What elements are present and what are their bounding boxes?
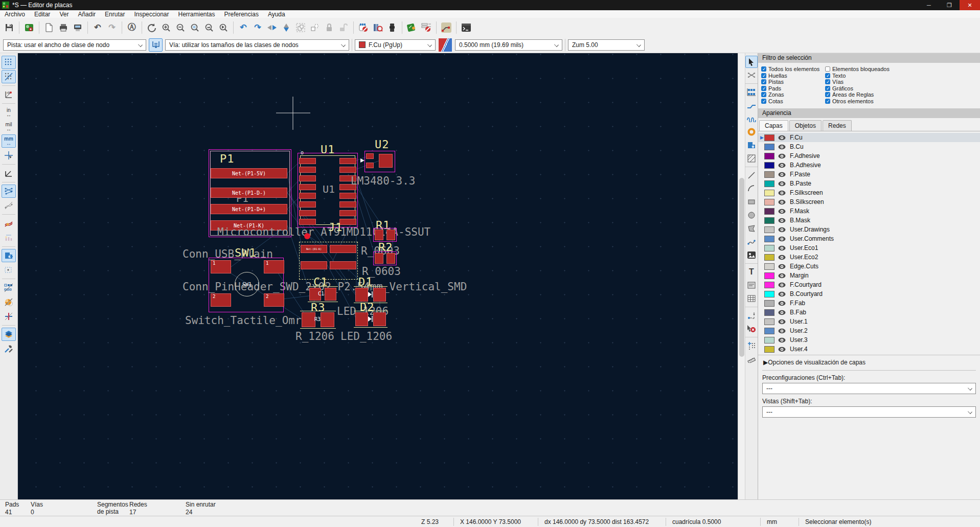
active-layer-select[interactable]: F.Cu (PgUp) [355,39,436,51]
filter-checkbox-item[interactable]: Gráficos [825,85,980,92]
eye-icon[interactable] [778,226,786,234]
toggle-grid-overrides-button[interactable] [2,70,16,83]
show-ratsnest-button[interactable] [2,185,16,198]
menu-item[interactable]: Preferencias [220,10,263,18]
layer-color-swatch[interactable] [764,134,774,141]
plot-button[interactable] [71,20,85,35]
zoom-select[interactable]: Zum 5.00 [568,39,645,51]
auto-track-width-toggle[interactable] [149,38,163,52]
layer-color-swatch[interactable] [764,272,774,279]
unlock-button[interactable] [336,20,351,35]
zoom-objects-button[interactable] [202,20,216,35]
filter-checkbox-item[interactable]: Pads [761,85,825,92]
menu-item[interactable]: Ayuda [263,10,290,18]
pcb-canvas[interactable]: P1 P1 1Net-(P1-5V) 2Net-(P1-D-) 3Net-(P1… [18,53,738,499]
highlight-nets-button[interactable] [2,217,16,230]
eye-icon[interactable] [778,152,786,160]
eye-icon[interactable] [778,263,786,270]
layer-row[interactable]: B.Mask [758,216,980,225]
maximize-button[interactable]: ❐ [939,0,960,10]
drc-button[interactable] [419,20,434,35]
menu-item[interactable]: Archivo [0,10,30,18]
filter-checkbox-item[interactable]: Todos los elementos [761,66,825,73]
layer-row[interactable]: F.Mask [758,207,980,216]
checkbox-icon[interactable] [825,73,830,78]
group-button[interactable] [293,20,308,35]
layer-row[interactable]: User.3 [758,335,980,345]
add-rule-area-tool[interactable] [745,152,758,165]
eye-icon[interactable] [778,327,786,335]
footprint-library-check-button[interactable] [371,20,385,35]
flip-horizontal-icon[interactable] [265,20,279,35]
zoom-selection-button[interactable] [216,20,231,35]
add-dimension-tool[interactable] [745,309,758,322]
eye-icon[interactable] [778,244,786,252]
sketch-pads-button[interactable] [2,263,16,277]
menu-item[interactable]: Ver [55,10,73,18]
layer-row[interactable]: ▶ F.Cu [758,133,980,142]
layer-row[interactable]: User.Eco1 [758,243,980,253]
properties-panel-button[interactable] [2,342,16,355]
layer-color-swatch[interactable] [764,199,774,205]
sketch-zones-button[interactable] [2,295,16,309]
eye-icon[interactable] [778,346,786,353]
filter-checkbox-item[interactable]: Áreas de Reglas [825,91,980,98]
eye-icon[interactable] [778,254,786,261]
layer-color-swatch[interactable] [764,162,774,169]
units-mm-button[interactable]: mm↔ [2,134,16,148]
eye-icon[interactable] [778,272,786,280]
menu-item[interactable]: Enrutar [100,10,129,18]
eye-icon[interactable] [778,180,786,188]
lock-button[interactable] [322,20,336,35]
layer-color-swatch[interactable] [764,337,774,343]
highlight-net-tool[interactable] [745,69,758,81]
ungroup-button[interactable] [308,20,322,35]
find-button[interactable]: Ⓐ [125,20,139,35]
measure-tool[interactable] [745,353,758,365]
rotate-cw-button[interactable]: ↷ [250,20,265,35]
appearance-tab[interactable]: Objetos [789,120,822,131]
grid-origin-tool[interactable] [745,339,758,352]
layer-row[interactable]: B.Adhesive [758,161,980,170]
add-textbox-tool[interactable] [745,279,758,291]
eye-icon[interactable] [778,290,786,298]
layer-color-swatch[interactable] [764,180,774,187]
eye-icon[interactable] [778,309,786,316]
track-width-select[interactable]: Pista: usar el ancho de clase de nodo [3,39,146,51]
filter-checkbox-item[interactable]: Pistas [761,79,825,85]
hide-net-names-button[interactable] [2,231,16,244]
eye-icon[interactable] [778,336,786,344]
vertical-scrollbar[interactable] [738,53,745,499]
layer-color-swatch[interactable] [764,263,774,270]
eye-icon[interactable] [778,171,786,178]
layer-row[interactable]: User.Eco2 [758,253,980,262]
eye-icon[interactable] [778,318,786,326]
layers-manager-toggle-button[interactable] [2,328,16,341]
layer-color-swatch[interactable] [764,245,774,251]
layer-row[interactable]: F.Fab [758,299,980,308]
add-zone-tool[interactable] [745,139,758,151]
page-settings-button[interactable] [42,20,56,35]
close-button[interactable]: ✕ [960,0,980,10]
layer-row[interactable]: Edge.Cuts [758,262,980,271]
add-table-tool[interactable] [745,292,758,305]
sketch-tracks-button[interactable] [2,281,16,294]
exchange-footprints-button[interactable] [356,20,371,35]
eye-icon[interactable] [778,281,786,289]
route-tracks-tool[interactable] [745,99,758,111]
layer-color-swatch[interactable] [764,254,774,261]
eye-icon[interactable] [778,143,786,151]
filter-checkbox-item[interactable]: Elementos bloqueados [825,66,980,73]
interactive-router-button[interactable] [439,20,453,35]
layer-row[interactable]: User.Drawings [758,225,980,234]
layer-color-swatch[interactable] [764,328,774,334]
layer-color-swatch[interactable] [764,144,774,150]
layer-color-swatch[interactable] [764,153,774,159]
draw-rectangle-tool[interactable] [745,196,758,208]
fab-text-microcontroller[interactable]: Microcontroller AT91MD11C14A-SSUT [217,227,430,238]
layer-color-swatch[interactable] [764,309,774,316]
filter-checkbox-item[interactable]: Texto [825,73,980,79]
layer-row[interactable]: B.Fab [758,308,980,317]
layer-color-swatch[interactable] [764,190,774,196]
layer-color-swatch[interactable] [764,282,774,288]
